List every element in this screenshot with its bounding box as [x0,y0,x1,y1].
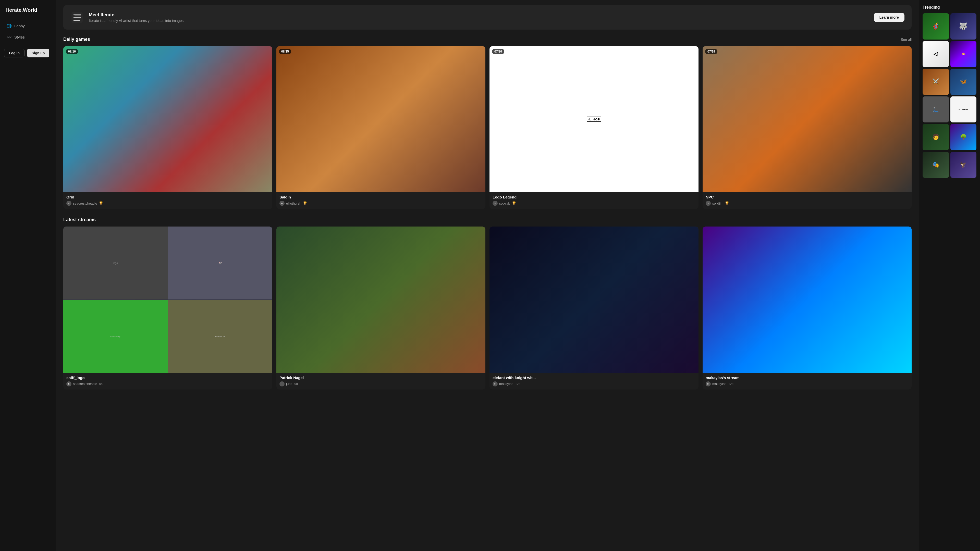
latest-streams-title: Latest streams [63,217,96,222]
stream-avatar-1: j [280,381,285,386]
card-avatar-1: e [280,201,285,206]
card-title-1: Saldin [280,195,482,199]
stream-time-2: 12d [515,382,520,386]
trending-img-2: ◁ [934,51,938,57]
latest-streams-grid: logo 🐭 Ensectiony OPIRDOM sniff_logo s s… [63,227,912,389]
trending-thumb-2[interactable]: ◁ [923,41,949,67]
stream-meta-2: m makaylas 12d [493,381,695,386]
trending-thumb-10[interactable]: 🎭 [923,152,949,178]
card-image-0: 08/16 [63,46,272,192]
trending-thumb-0[interactable]: 🦸 [923,13,949,40]
auth-buttons: Log in Sign up [4,48,52,59]
card-date-badge-0: 08/16 [66,49,78,54]
card-body-2: Logo Legend s sotkrab 🏆 [490,192,698,209]
trending-img-11: 🦅 [960,162,967,168]
sidebar-item-lobby[interactable]: 🌐 Lobby [4,21,52,30]
card-avatar-0: s [66,201,72,206]
trending-img-6: 🛴 [932,106,939,113]
trending-thumb-1[interactable]: 🐺 [950,13,977,40]
card-user-0: seacrestcheadle [73,202,97,205]
stream-card-3[interactable]: makaylas's stream m makaylas 12d [703,227,912,389]
banner-subtext: Iterate is a friendly AI artist that tur… [89,19,185,23]
stream-title-2: elefant with knight wit... [493,375,695,380]
card-user-2: sotkrab [499,202,510,205]
stream-card-0[interactable]: logo 🐭 Ensectiony OPIRDOM sniff_logo s s… [63,227,272,389]
trending-img-10: 🎭 [932,162,939,168]
trending-img-0: 🦸 [931,22,940,30]
trending-img-5: 🦋 [960,78,967,85]
stream-body-0: sniff_logo s seacrestcheadle 5h [63,373,272,389]
card-meta-1: e elliothursh 🏆 [280,201,482,206]
intro-banner: Meet Iterate. Iterate is a friendly AI a… [63,5,912,30]
stream-card-1[interactable]: Patrick Nagel j judd 9d [277,227,485,389]
card-title-0: Grid [66,195,269,199]
trending-thumb-11[interactable]: 🦅 [950,152,977,178]
sidebar-item-label-lobby: Lobby [14,24,25,28]
learn-more-button[interactable]: Learn more [874,13,904,22]
daily-games-grid: 08/16 Grid s seacrestcheadle 🏆 08/15 [63,46,912,209]
daily-game-card-0[interactable]: 08/16 Grid s seacrestcheadle 🏆 [63,46,272,209]
stream-image-3 [703,227,912,373]
card-body-3: NPC s solidjim 🏆 [703,192,912,209]
daily-games-section: Daily games See all [63,37,912,209]
card-user-1: elliothursh [286,202,301,205]
trending-img-1: 🐺 [959,22,968,30]
card-user-3: solidjim [712,202,723,205]
sidebar-item-label-styles: Styles [14,35,25,39]
trending-img-3: 🎨 [961,52,966,56]
daily-games-header: Daily games See all [63,37,912,42]
card-trophy-0: 🏆 [99,201,103,205]
card-date-badge-1: 08/15 [279,49,291,54]
trending-thumb-5[interactable]: 🦋 [950,68,977,95]
signup-button[interactable]: Sign up [27,49,49,57]
card-image-1: 08/15 [277,46,485,192]
card-trophy-2: 🏆 [512,201,516,205]
card-image-2: H. HOP 07/26 [490,46,698,192]
daily-game-card-2[interactable]: H. HOP 07/26 Logo Legend s sotkrab 🏆 [490,46,698,209]
latest-streams-section: Latest streams logo 🐭 Ensectiony OPIRDOM… [63,217,912,389]
stream-body-3: makaylas's stream m makaylas 12d [703,373,912,389]
main-content: Meet Iterate. Iterate is a friendly AI a… [56,0,919,551]
trending-thumb-4[interactable]: ⚔️ [923,68,949,95]
see-all-daily-link[interactable]: See all [900,38,912,41]
trending-thumb-8[interactable]: 🧑 [923,124,949,150]
stream-time-1: 9d [294,382,298,386]
stream-avatar-0: s [66,381,72,386]
stream-avatar-3: m [706,381,711,386]
trending-thumb-6[interactable]: 🛴 [923,97,949,123]
card-date-badge-2: 07/26 [492,49,504,54]
stream-image-2 [490,227,698,373]
stream-meta-3: m makaylas 12d [706,381,908,386]
trending-title: Trending [923,5,977,10]
card-title-2: Logo Legend [493,195,695,199]
daily-games-title: Daily games [63,37,90,42]
trending-img-8: 🧑 [932,134,939,140]
stream-title-1: Patrick Nagel [280,375,482,380]
stream-time-0: 5h [99,382,103,386]
card-date-badge-3: 07/19 [705,49,718,54]
iterate-logo-icon [70,11,84,24]
trending-thumb-3[interactable]: 🎨 [950,41,977,67]
login-button[interactable]: Log in [4,49,24,57]
app-logo: Iterate.World [4,6,52,14]
trending-img-7: H. HOP [958,108,969,111]
banner-heading: Meet Iterate. [89,12,185,17]
styles-icon: 〰️ [6,35,12,40]
stream-user-1: judd [286,382,293,386]
trending-thumb-7[interactable]: H. HOP [950,97,977,123]
daily-game-card-1[interactable]: 08/15 Saldin e elliothursh 🏆 [277,46,485,209]
stream-user-3: makaylas [712,382,726,386]
latest-streams-header: Latest streams [63,217,912,222]
stream-meta-1: j judd 9d [280,381,482,386]
stream-time-3: 12d [729,382,733,386]
stream-image-0: logo 🐭 Ensectiony OPIRDOM [63,227,272,373]
daily-game-card-3[interactable]: 07/19 NPC s solidjim 🏆 [703,46,912,209]
card-avatar-3: s [706,201,711,206]
sidebar-item-styles[interactable]: 〰️ Styles [4,32,52,41]
trending-thumb-9[interactable]: 🌳 [950,124,977,150]
stream-card-2[interactable]: elefant with knight wit... m makaylas 12… [490,227,698,389]
stream-avatar-2: m [493,381,498,386]
card-trophy-1: 🏆 [303,201,307,205]
stream-title-0: sniff_logo [66,375,269,380]
stream-body-2: elefant with knight wit... m makaylas 12… [490,373,698,389]
